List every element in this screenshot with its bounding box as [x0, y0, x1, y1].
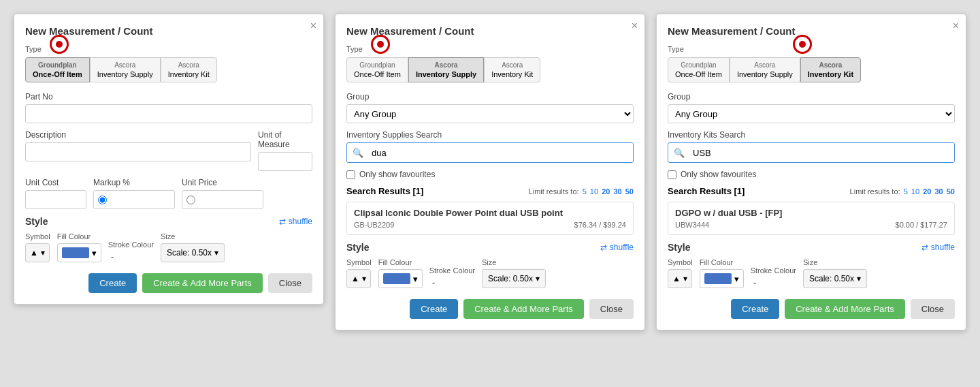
unit-price-label: Unit Price [182, 178, 263, 187]
desc-input[interactable] [25, 142, 251, 161]
close-btn-3[interactable]: Close [911, 299, 955, 319]
shuffle-link-2[interactable]: ⇄ shuffle [600, 243, 634, 252]
tab-inventory-kit-1[interactable]: Ascora Inventory Kit [161, 57, 217, 82]
fill-colour-col-1: Fill Colour ▾ [57, 232, 101, 262]
favourites-row-2: Only show favourites [346, 170, 634, 179]
uom-input[interactable]: ea [258, 152, 312, 171]
stroke-colour-label-1: Stroke Colour [108, 241, 154, 249]
part-no-label: Part No [25, 92, 312, 102]
close-btn-1[interactable]: Close [268, 273, 312, 293]
unit-cost-input[interactable] [25, 190, 86, 209]
cost-row: Unit Cost Markup % 40.00 Unit Price [25, 178, 312, 209]
tab-inventory-kit-2[interactable]: Ascora Inventory Kit [484, 57, 540, 82]
limit-5-2[interactable]: 5 [583, 187, 587, 196]
limit-20-2[interactable]: 20 [602, 187, 610, 196]
fill-colour-swatch-1 [62, 247, 89, 258]
result-code-2-0: GB-UB2209 [354, 221, 394, 229]
limit-50-2[interactable]: 50 [625, 187, 634, 196]
create-btn-1[interactable]: Create [88, 273, 137, 293]
part-no-input[interactable] [25, 104, 312, 123]
uom-col: Unit of Measure ea [258, 130, 312, 171]
shuffle-link-1[interactable]: ⇄ shuffle [279, 217, 312, 226]
style-header-3: Style ⇄ shuffle [668, 242, 955, 253]
result-meta-3-0: UBW3444 $0.00 / $177.27 [675, 221, 947, 229]
markup-radio[interactable] [98, 196, 107, 204]
fill-colour-btn-2[interactable]: ▾ [378, 269, 423, 288]
limit-10-3[interactable]: 10 [911, 187, 919, 196]
search-input-2[interactable] [369, 143, 633, 162]
create-more-btn-1[interactable]: Create & Add More Parts [142, 273, 263, 293]
group-select-3[interactable]: Any Group [668, 104, 955, 123]
fill-colour-btn-1[interactable]: ▾ [57, 243, 101, 262]
stroke-colour-label-2: Stroke Colour [429, 266, 475, 275]
tab-once-off-item-2[interactable]: Groundplan Once-Off Item [346, 57, 408, 82]
size-label-3: Size [803, 258, 867, 266]
close-btn-2[interactable]: Close [589, 299, 634, 319]
symbol-btn-3[interactable]: ▲ ▾ [668, 269, 692, 288]
tab-inventory-supply-1[interactable]: Ascora Inventory Supply [90, 57, 161, 82]
chevron-down-icon-2: ▾ [362, 274, 366, 283]
size-btn-3[interactable]: Scale: 0.50x ▾ [803, 269, 867, 288]
result-item-2-0[interactable]: Clipsal Iconic Double Power Point dual U… [346, 202, 634, 235]
limit-10-2[interactable]: 10 [590, 187, 598, 196]
symbol-btn-1[interactable]: ▲ ▾ [25, 243, 50, 262]
dialog-1: × New Measurement / Count Type Groundpla… [14, 14, 324, 305]
style-title-2: Style [346, 242, 369, 253]
tab-once-off-item-3[interactable]: Groundplan Once-Off Item [668, 57, 730, 82]
create-btn-2[interactable]: Create [410, 299, 458, 319]
style-title-3: Style [668, 242, 690, 253]
favourites-checkbox-2[interactable] [346, 170, 355, 179]
stroke-colour-col-3: Stroke Colour - [751, 266, 796, 288]
group-row-3: Group Any Group [668, 92, 955, 123]
search-label-2: Inventory Supplies Search [346, 130, 634, 140]
limit-50-3[interactable]: 50 [947, 187, 955, 196]
create-btn-3[interactable]: Create [731, 299, 779, 319]
group-select-2[interactable]: Any Group [346, 104, 634, 123]
symbol-label-1: Symbol [25, 232, 50, 241]
result-price-2-0: $76.34 / $99.24 [574, 221, 626, 229]
result-item-3-0[interactable]: DGPO w / dual USB - [FP] UBW3444 $0.00 /… [668, 202, 955, 235]
fill-chevron-icon-2: ▾ [413, 274, 418, 284]
unit-price-col: Unit Price [182, 178, 263, 209]
btn-row-3: Create Create & Add More Parts Close [668, 299, 955, 319]
limit-30-3[interactable]: 30 [934, 187, 943, 196]
type-buttons-1: Groundplan Once-Off Item Ascora Inventor… [25, 57, 312, 82]
markup-col: Markup % 40.00 [93, 178, 175, 209]
symbol-col-3: Symbol ▲ ▾ [668, 258, 693, 288]
tab-inventory-supply-3[interactable]: Ascora Inventory Supply [730, 57, 800, 82]
results-title-2: Search Results [1] [346, 186, 423, 196]
size-btn-1[interactable]: Scale: 0.50x ▾ [161, 243, 225, 262]
uom-label: Unit of Measure [258, 130, 312, 149]
tab-inventory-supply-2[interactable]: Ascora Inventory Supply [408, 57, 484, 82]
tab-inventory-kit-3[interactable]: Ascora Inventory Kit [800, 57, 861, 82]
limit-5-3[interactable]: 5 [904, 187, 908, 196]
pin-icon-3 [793, 35, 812, 54]
fill-colour-label-1: Fill Colour [57, 232, 101, 241]
stroke-dash-3: - [751, 277, 760, 288]
stroke-dash-2: - [429, 277, 438, 288]
search-input-3[interactable] [690, 143, 954, 162]
limit-30-2[interactable]: 30 [613, 187, 621, 196]
search-row-3: Inventory Kits Search 🔍 [668, 130, 955, 163]
dialog-2: × New Measurement / Count Type Groundpla… [335, 14, 645, 330]
create-more-btn-2[interactable]: Create & Add More Parts [463, 299, 584, 319]
stroke-colour-label-3: Stroke Colour [751, 266, 796, 275]
favourites-label-3: Only show favourites [681, 170, 756, 179]
favourites-label-2: Only show favourites [359, 170, 435, 179]
arrow-up-icon-2: ▲ [351, 274, 359, 283]
shuffle-link-3[interactable]: ⇄ shuffle [921, 243, 955, 252]
tab-once-off-item-1[interactable]: Groundplan Once-Off Item [25, 57, 90, 82]
favourites-checkbox-3[interactable] [668, 170, 676, 179]
size-btn-2[interactable]: Scale: 0.50x ▾ [482, 269, 546, 288]
close-button-1[interactable]: × [310, 20, 316, 32]
unit-price-radio[interactable] [186, 196, 195, 204]
markup-input[interactable]: 40.00 [110, 195, 150, 205]
fill-colour-btn-3[interactable]: ▾ [700, 269, 744, 288]
unit-price-input[interactable] [198, 195, 239, 205]
search-row-2: Inventory Supplies Search 🔍 [346, 130, 634, 163]
create-more-btn-3[interactable]: Create & Add More Parts [785, 299, 905, 319]
close-button-2[interactable]: × [632, 20, 638, 32]
limit-20-3[interactable]: 20 [923, 187, 931, 196]
close-button-3[interactable]: × [953, 20, 959, 32]
symbol-btn-2[interactable]: ▲ ▾ [346, 269, 371, 288]
